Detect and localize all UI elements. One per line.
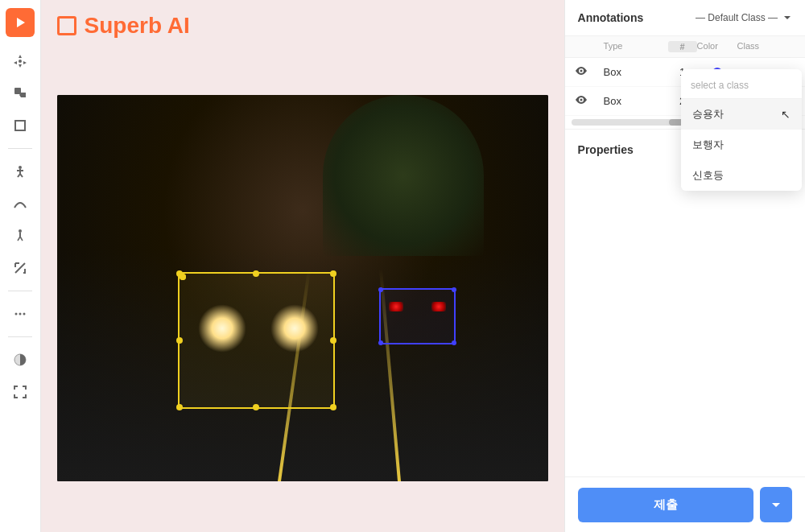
properties-title: Properties xyxy=(578,143,634,156)
svg-point-14 xyxy=(19,313,21,315)
visibility-toggle-1[interactable] xyxy=(575,64,604,80)
box-tool[interactable] xyxy=(6,111,35,140)
logo-icon xyxy=(57,16,76,35)
tag-tool[interactable] xyxy=(6,79,35,108)
col-number: # xyxy=(668,41,697,52)
blue-corner-bl[interactable] xyxy=(378,340,383,345)
dropdown-item-label-0: 승용차 xyxy=(692,107,724,122)
svg-line-11 xyxy=(18,237,20,241)
header: Superb AI xyxy=(41,0,564,52)
blue-corner-br[interactable] xyxy=(452,340,456,345)
corner-handle-tl[interactable] xyxy=(176,270,183,277)
skeleton-tool[interactable] xyxy=(6,221,35,250)
visibility-toggle-2[interactable] xyxy=(575,93,604,109)
table-header: Type # Color Class xyxy=(565,36,805,58)
tree-silhouette xyxy=(323,95,484,256)
svg-point-9 xyxy=(19,229,22,233)
svg-point-4 xyxy=(19,166,22,169)
blue-corner-tl[interactable] xyxy=(378,287,383,292)
curve-tool[interactable] xyxy=(6,189,35,218)
svg-rect-10 xyxy=(19,233,21,237)
corner-handle-ml[interactable] xyxy=(176,337,183,344)
toolbar-divider-2 xyxy=(8,291,32,291)
svg-point-18 xyxy=(580,99,582,101)
svg-line-8 xyxy=(20,174,23,177)
dropdown-item-1[interactable]: 보행자 xyxy=(681,130,802,160)
corner-handle-mr[interactable] xyxy=(330,337,336,344)
col-visibility xyxy=(575,41,604,52)
road-scene xyxy=(57,95,548,481)
annotations-header: Annotations — Default Class — xyxy=(565,0,805,36)
svg-line-12 xyxy=(20,237,23,241)
blue-corner-tr[interactable] xyxy=(452,287,456,292)
bbox-blue[interactable] xyxy=(379,288,456,344)
submit-button[interactable]: 제출 xyxy=(578,488,753,522)
contrast-tool[interactable] xyxy=(6,345,35,374)
taillight-right xyxy=(431,302,446,311)
type-1: Box xyxy=(604,66,668,78)
image-container[interactable] xyxy=(57,95,548,481)
move-tool[interactable] xyxy=(6,47,35,76)
bbox-yellow[interactable] xyxy=(178,272,335,409)
dropdown-placeholder: select a class xyxy=(691,80,749,91)
default-class-selector[interactable]: — Default Class — xyxy=(696,12,792,23)
dropdown-item-label-1: 보행자 xyxy=(692,138,724,152)
dropdown-item-2[interactable]: 신호등 xyxy=(681,160,802,191)
corner-handle-tr[interactable] xyxy=(330,270,336,277)
class-dropdown: select a class 승용차 ↖ 보행자 신호등 xyxy=(681,69,802,191)
svg-point-17 xyxy=(580,70,582,72)
dropdown-item-0[interactable]: 승용차 ↖ xyxy=(681,99,802,130)
corner-handle-br[interactable] xyxy=(330,404,336,410)
left-toolbar xyxy=(0,0,41,532)
logo-text: Superb AI xyxy=(85,13,190,39)
type-2: Box xyxy=(604,95,668,107)
svg-point-13 xyxy=(14,313,17,315)
chevron-down-icon xyxy=(782,13,792,23)
taillight-left xyxy=(389,302,403,311)
corner-handle-bl[interactable] xyxy=(176,404,183,410)
puppet-tool[interactable] xyxy=(6,157,35,186)
dropdown-item-label-2: 신호등 xyxy=(692,168,724,183)
svg-marker-0 xyxy=(17,18,25,27)
canvas-area xyxy=(41,52,564,532)
dropdown-placeholder-row: select a class xyxy=(681,69,802,99)
resize-tool[interactable] xyxy=(6,254,35,282)
play-button[interactable] xyxy=(6,8,35,37)
more-options[interactable] xyxy=(6,299,35,328)
cursor-indicator: ↖ xyxy=(781,108,791,121)
corner-handle-bm[interactable] xyxy=(253,404,259,410)
main-content: Superb AI xyxy=(41,0,564,532)
col-type: Type xyxy=(604,41,668,52)
svg-point-15 xyxy=(23,313,25,315)
submit-dropdown-button[interactable] xyxy=(760,487,792,522)
toolbar-divider-1 xyxy=(8,148,32,149)
svg-rect-3 xyxy=(15,121,25,130)
col-class: Class xyxy=(737,41,795,52)
col-color: Color xyxy=(697,41,737,52)
chevron-down-submit-icon xyxy=(770,499,782,510)
scene-image xyxy=(57,95,548,481)
annotations-title: Annotations xyxy=(578,11,644,24)
right-panel: Annotations — Default Class — Type # Col… xyxy=(564,0,805,532)
fullscreen-tool[interactable] xyxy=(6,377,35,406)
corner-handle-tm[interactable] xyxy=(253,270,259,277)
svg-rect-1 xyxy=(14,88,21,94)
default-class-label: — Default Class — xyxy=(696,12,778,23)
bottom-bar: 제출 xyxy=(565,476,805,532)
logo: Superb AI xyxy=(57,13,190,39)
toolbar-divider-3 xyxy=(8,336,32,337)
